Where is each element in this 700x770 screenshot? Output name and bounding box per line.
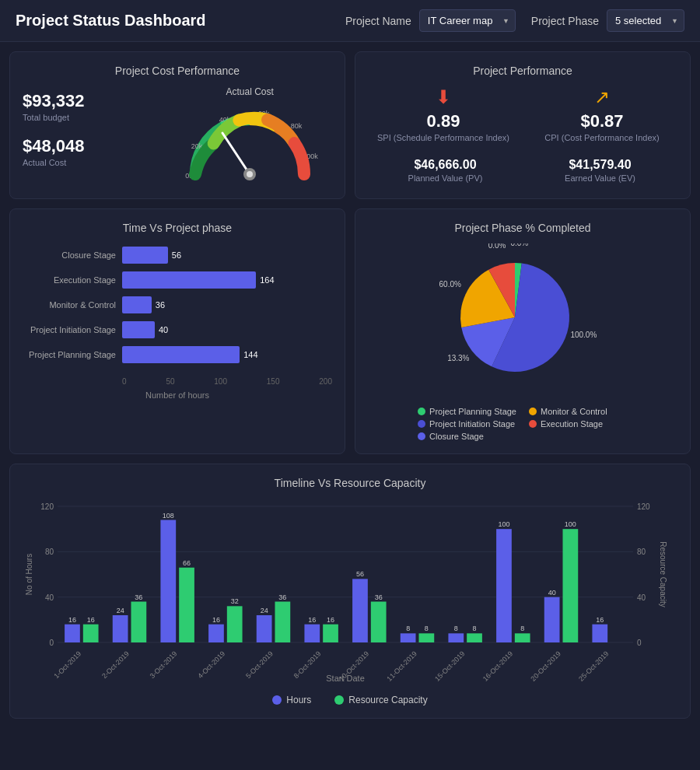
perf-layout: ⬇ 0.89 SPI (Schedule Performance Index) … <box>368 86 677 183</box>
capacity-bar <box>83 625 99 642</box>
svg-text:80: 80 <box>637 548 646 556</box>
svg-point-8 <box>247 171 253 177</box>
project-name-select-wrapper[interactable]: IT Career map <box>419 9 516 32</box>
svg-text:1-Oct-2019: 1-Oct-2019 <box>52 649 82 680</box>
project-name-filter: Project Name IT Career map <box>345 9 516 32</box>
ev-value: $41,579.40 <box>523 158 677 172</box>
hours-bar <box>65 625 80 642</box>
total-budget-value: $93,332 <box>23 91 159 111</box>
svg-text:120: 120 <box>40 502 54 511</box>
project-phase-select[interactable]: 5 selected <box>607 9 684 32</box>
cost-perf-content: $93,332 Total budget $48,048 Actual Cost… <box>23 86 332 186</box>
perf-top: ⬇ 0.89 SPI (Schedule Performance Index) … <box>368 86 677 142</box>
timeline-title: Timeline Vs Resource Capacity <box>23 477 677 489</box>
bar-row: Project Planning Stage144 <box>23 346 332 363</box>
bar-label: Project Initiation Stage <box>23 325 116 334</box>
initiation-label: Project Initiation Stage <box>429 419 515 429</box>
ev-metric: $41,579.40 Earned Value (EV) <box>523 158 677 183</box>
cost-performance-card: Project Cost Performance $93,332 Total b… <box>9 51 345 199</box>
planning-label: Project Planning Stage <box>429 407 516 416</box>
bar-row: Closure Stage56 <box>23 247 332 264</box>
capacity-dot <box>334 695 344 705</box>
hours-bar <box>448 633 464 642</box>
perf-bottom: $46,666.00 Planned Value (PV) $41,579.40… <box>368 158 677 183</box>
svg-line-6 <box>222 133 250 174</box>
cpi-metric: ↗ $0.87 CPI (Cost Performance Index) <box>527 86 677 142</box>
svg-text:16-Oct-2019: 16-Oct-2019 <box>481 649 514 682</box>
bar-track: 164 <box>122 271 332 289</box>
gauge-svg: 0k 20k 40k 60k 80k 100k <box>180 100 320 190</box>
initiation-dot <box>418 420 425 428</box>
svg-text:66: 66 <box>183 559 191 567</box>
svg-text:16: 16 <box>308 616 316 624</box>
project-phase-select-wrapper[interactable]: 5 selected <box>607 9 684 32</box>
hours-label: Hours <box>286 695 311 705</box>
hours-bar <box>544 597 560 642</box>
spi-metric: ⬇ 0.89 SPI (Schedule Performance Index) <box>368 86 519 142</box>
spi-label: SPI (Schedule Performance Index) <box>368 133 519 142</box>
pie-svg: 0.0%100.0%13.3%60.0%0.0% <box>414 243 632 399</box>
time-vs-phase-card: Time Vs Project phase Closure Stage56Exe… <box>9 208 345 454</box>
project-phase-filter: Project Phase 5 selected <box>531 9 684 32</box>
svg-text:80k: 80k <box>291 122 303 130</box>
svg-text:16: 16 <box>68 616 76 624</box>
page-title: Project Status Dashboard <box>16 12 330 30</box>
x-axis-title: Number of hours <box>23 390 332 400</box>
total-budget-label: Total budget <box>23 113 159 122</box>
pie-label: 60.0% <box>439 280 461 289</box>
svg-text:No of Hours: No of Hours <box>25 554 33 595</box>
x-label-50: 50 <box>166 377 174 386</box>
capacity-bar <box>179 568 194 642</box>
phase-completed-card: Project Phase % Completed 0.0%100.0%13.3… <box>355 208 691 454</box>
pie-legend: Project Planning Stage Monitor & Control… <box>418 407 628 441</box>
legend-planning: Project Planning Stage <box>418 407 516 416</box>
bar-fill <box>122 271 256 289</box>
bar-fill <box>122 247 168 264</box>
x-label-100: 100 <box>214 377 227 386</box>
bar-value: 164 <box>260 275 274 285</box>
capacity-bar <box>515 633 530 642</box>
capacity-bar <box>419 633 435 642</box>
svg-text:40: 40 <box>637 593 646 602</box>
svg-text:25-Oct-2019: 25-Oct-2019 <box>577 649 610 682</box>
cpi-up-icon: ↗ <box>527 86 677 108</box>
main-grid: Project Cost Performance $93,332 Total b… <box>0 42 700 728</box>
bar-row: Monitor & Control36 <box>23 296 332 313</box>
time-vs-phase-title: Time Vs Project phase <box>23 222 332 234</box>
legend-monitor: Monitor & Control <box>529 407 628 416</box>
svg-text:2-Oct-2019: 2-Oct-2019 <box>100 649 131 680</box>
hours-bar <box>592 625 607 642</box>
x-label-200: 200 <box>319 377 332 386</box>
tl-legend-hours: Hours <box>272 695 311 705</box>
bar-track: 56 <box>122 247 332 264</box>
bar-value: 36 <box>156 300 165 310</box>
execution-label: Execution Stage <box>541 419 603 429</box>
bar-label: Monitor & Control <box>23 300 116 310</box>
svg-text:4-Oct-2019: 4-Oct-2019 <box>196 649 226 680</box>
hours-bar <box>401 633 416 642</box>
project-name-select[interactable]: IT Career map <box>419 9 516 32</box>
svg-text:40: 40 <box>45 593 54 602</box>
hours-dot <box>272 695 282 705</box>
hours-bar <box>257 615 272 642</box>
capacity-bar <box>371 602 387 643</box>
svg-text:8: 8 <box>454 625 458 632</box>
svg-text:16: 16 <box>327 616 334 624</box>
capacity-bar <box>563 529 579 642</box>
cpi-value: $0.87 <box>527 111 677 131</box>
svg-text:0: 0 <box>49 639 54 647</box>
bar-track: 144 <box>122 346 332 363</box>
closure-dot <box>418 432 425 440</box>
capacity-bar <box>275 602 291 643</box>
bar-label: Closure Stage <box>23 250 116 260</box>
closure-label: Closure Stage <box>429 432 484 441</box>
bar-row: Execution Stage164 <box>23 271 332 289</box>
actual-cost-label: Actual Cost <box>23 158 159 167</box>
svg-text:32: 32 <box>231 597 239 605</box>
svg-text:56: 56 <box>356 570 364 578</box>
cost-stats: $93,332 Total budget $48,048 Actual Cost <box>23 91 159 181</box>
gauge-container: Actual Cost <box>167 86 332 186</box>
spi-value: 0.89 <box>368 111 519 131</box>
svg-text:8: 8 <box>473 625 477 632</box>
pie-label: 100.0% <box>570 331 597 339</box>
